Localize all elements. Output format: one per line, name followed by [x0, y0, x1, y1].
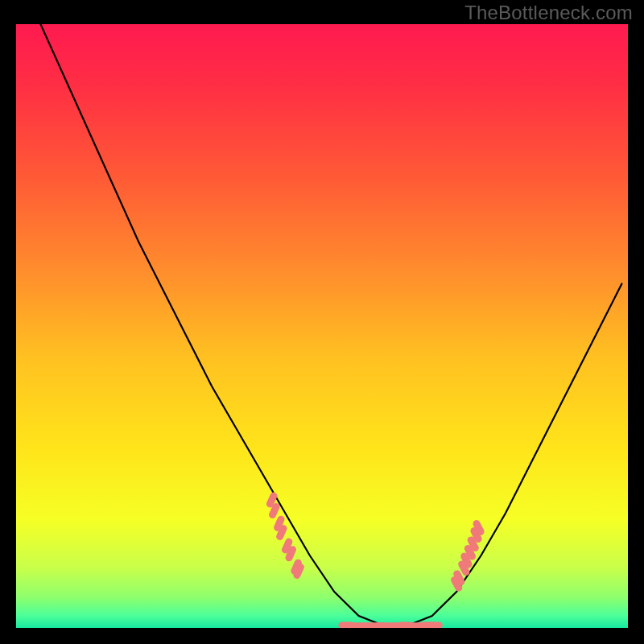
- data-dot: [477, 524, 481, 532]
- data-dot: [273, 507, 277, 515]
- data-dot: [297, 568, 301, 576]
- attribution-label: TheBottleneck.com: [464, 2, 633, 24]
- data-dot: [468, 548, 472, 556]
- bottleneck-chart: [16, 24, 628, 628]
- data-dot: [457, 574, 461, 582]
- data-dot: [471, 540, 475, 548]
- data-dot: [270, 496, 274, 504]
- data-dot: [278, 519, 281, 527]
- data-dot: [280, 529, 284, 537]
- chart-frame: TheBottleneck.com: [0, 0, 644, 644]
- data-dot: [285, 542, 289, 550]
- data-dot: [464, 556, 469, 564]
- gradient-background: [16, 24, 628, 628]
- data-dot: [289, 550, 293, 558]
